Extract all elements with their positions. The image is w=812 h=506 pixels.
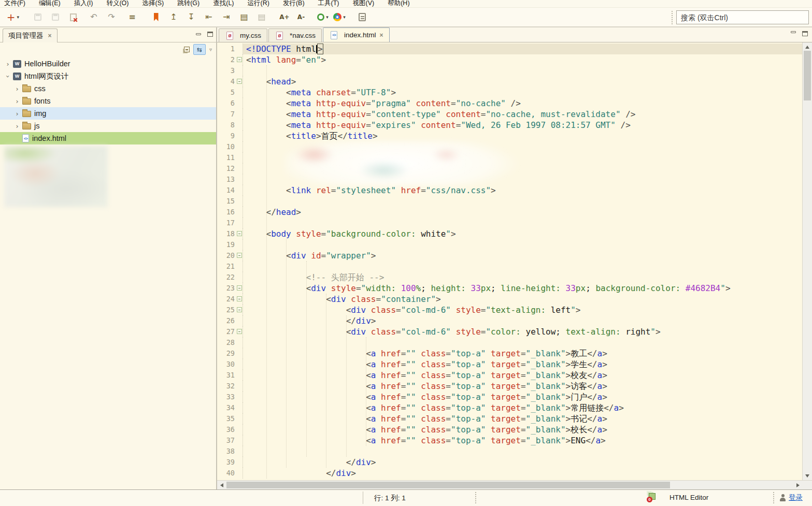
dropdown-caret-icon[interactable]: ▾ [17, 15, 20, 20]
horizontal-scrollbar[interactable] [217, 480, 812, 489]
code-line-36[interactable]: 36 <a href="" class="top-a" target="_bla… [217, 424, 802, 435]
vertical-scrollbar[interactable] [802, 42, 812, 480]
save-close-button[interactable] [66, 10, 80, 24]
tree-item-hellohbuilder[interactable]: ›WHelloHBuilder [0, 57, 216, 70]
menu-item[interactable]: 查找(L) [213, 0, 234, 7]
tree-item-index-html[interactable]: <>index.html [0, 132, 216, 144]
code-line-10[interactable]: 10 [217, 141, 802, 152]
dropdown-caret-icon[interactable]: ▾ [343, 15, 346, 20]
chevron-collapsed-icon[interactable]: › [13, 85, 21, 93]
maximize-icon[interactable] [802, 31, 808, 36]
dropdown-caret-icon[interactable]: ▾ [326, 15, 329, 20]
code-line-27[interactable]: 27 <div class="col-md-6" style="color: y… [217, 326, 802, 337]
menu-item[interactable]: 插入(I) [74, 0, 93, 7]
code-line-37[interactable]: 37 <a href="" class="top-a" target="_bla… [217, 435, 802, 446]
code-line-15[interactable]: 15 [217, 196, 802, 207]
help-button[interactable] [355, 10, 369, 24]
code-line-2[interactable]: 2<html lang="en"> [217, 54, 802, 65]
fold-marker-icon[interactable] [237, 79, 242, 84]
doc-bottom-button[interactable]: ↧ [184, 10, 198, 24]
menu-item[interactable]: 运行(R) [248, 0, 269, 7]
tree-item-html-[interactable]: ›Whtml网页设计 [0, 70, 216, 82]
fold-marker-icon[interactable] [237, 57, 242, 62]
code-line-22[interactable]: 22 <!-- 头部开始 --> [217, 272, 802, 283]
menu-item[interactable]: 选择(S) [143, 0, 164, 7]
editor-tab-nav.css[interactable]: ø*nav.css [268, 28, 322, 42]
code-line-34[interactable]: 34 <a href="" class="top-a" target="_bla… [217, 402, 802, 413]
validation-layers-icon[interactable]: 0 [649, 493, 656, 500]
editor-tab-my.css[interactable]: ømy.css [219, 28, 267, 42]
search-input[interactable] [676, 10, 809, 24]
tab-project-manager[interactable]: 项目管理器 × [3, 28, 58, 42]
fold-marker-icon[interactable] [237, 296, 242, 301]
code-line-40[interactable]: 40 </div> [217, 468, 802, 479]
tree-item-img[interactable]: ›img [0, 107, 216, 120]
fold-marker-icon[interactable] [237, 285, 242, 291]
tree-item-css[interactable]: ›css [0, 82, 216, 95]
menu-item[interactable]: 工具(T) [318, 0, 339, 7]
scroll-left-arrow[interactable] [217, 481, 225, 489]
fold-marker-icon[interactable] [237, 329, 242, 334]
code-line-38[interactable]: 38 [217, 446, 802, 457]
fold-marker-icon[interactable] [237, 253, 242, 258]
menu-item[interactable]: 编辑(E) [39, 0, 61, 7]
chevron-collapsed-icon[interactable]: › [13, 110, 21, 118]
scroll-right-arrow[interactable] [794, 481, 802, 489]
editor-tab-index.html[interactable]: <>index.html× [323, 27, 390, 42]
close-icon[interactable]: × [48, 32, 52, 39]
chevron-expanded-icon[interactable]: › [4, 73, 12, 80]
code-line-8[interactable]: 8 <meta http-equiv="expires" content="We… [217, 120, 802, 131]
font-decrease-button[interactable]: A- [294, 10, 308, 24]
chevron-collapsed-icon[interactable]: › [13, 97, 21, 105]
code-line-16[interactable]: 16 </head> [217, 207, 802, 218]
scroll-up-arrow[interactable] [803, 42, 812, 51]
code-line-6[interactable]: 6 <meta http-equiv="pragma" content="no-… [217, 98, 802, 109]
code-line-1[interactable]: 1<!DOCTYPE html> [217, 44, 802, 54]
menu-item[interactable]: 发行(B) [283, 0, 305, 7]
code-line-20[interactable]: 20 <div id="wrapper"> [217, 250, 802, 261]
code-line-21[interactable]: 21 [217, 261, 802, 272]
snippet-disabled-button[interactable]: ▤ [255, 10, 268, 24]
code-line-25[interactable]: 25 <div class="col-md-6" style="text-ali… [217, 305, 802, 315]
menu-item[interactable]: 转义(O) [106, 0, 129, 7]
code-line-11[interactable]: 11 [217, 152, 802, 163]
code-line-31[interactable]: 31 <a href="" class="top-a" target="_bla… [217, 370, 802, 381]
code-line-30[interactable]: 30 <a href="" class="top-a" target="_bla… [217, 359, 802, 370]
code-line-23[interactable]: 23 <div style="width: 100%; height: 33px… [217, 283, 802, 294]
doc-top-button[interactable]: ↥ [167, 10, 180, 24]
code-line-17[interactable]: 17 [217, 218, 802, 228]
link-with-editor-icon[interactable]: ⇆ [193, 44, 206, 55]
fold-marker-icon[interactable] [237, 307, 242, 312]
menu-item[interactable]: 视图(V) [353, 0, 375, 7]
snippet-button[interactable]: ▤ [237, 10, 251, 24]
code-line-32[interactable]: 32 <a href="" class="top-a" target="_bla… [217, 381, 802, 392]
view-menu-icon[interactable]: ▿ [209, 47, 212, 52]
code-line-28[interactable]: 28 [217, 337, 802, 348]
bookmark-button[interactable] [149, 10, 163, 24]
code-line-4[interactable]: 4 <head> [217, 76, 802, 87]
minimize-icon[interactable] [791, 31, 796, 33]
menu-item[interactable]: 文件(F) [4, 0, 25, 7]
code-line-12[interactable]: 12 [217, 163, 802, 174]
chevron-collapsed-icon[interactable]: › [4, 60, 11, 68]
menu-item[interactable]: 帮助(H) [388, 0, 409, 7]
save-button[interactable] [31, 10, 45, 24]
maximize-icon[interactable] [207, 32, 213, 37]
horizontal-scroll-thumb[interactable] [226, 482, 670, 488]
vertical-scroll-thumb[interactable] [804, 51, 811, 100]
code-line-39[interactable]: 39 </div> [217, 457, 802, 468]
save-all-button[interactable] [49, 10, 62, 24]
code-line-19[interactable]: 19 [217, 239, 802, 250]
code-line-24[interactable]: 24 <div class="container"> [217, 294, 802, 305]
font-increase-button[interactable]: A+ [278, 10, 291, 24]
minimize-icon[interactable] [196, 33, 201, 35]
code-line-33[interactable]: 33 <a href="" class="top-a" target="_bla… [217, 392, 802, 402]
menu-item[interactable]: 跳转(G) [177, 0, 200, 7]
code-line-14[interactable]: 14 <link rel="stylesheet" href="css/nav.… [217, 185, 802, 196]
reformat-button[interactable]: ≡ [125, 10, 139, 24]
login-link[interactable]: 登录 [789, 493, 803, 502]
code-line-13[interactable]: 13 [217, 174, 802, 185]
code-line-18[interactable]: 18 <body style="background-color: white"… [217, 228, 802, 239]
chrome-button[interactable]: ▾ [333, 10, 346, 24]
indent-left-button[interactable]: ⇤ [202, 10, 216, 24]
